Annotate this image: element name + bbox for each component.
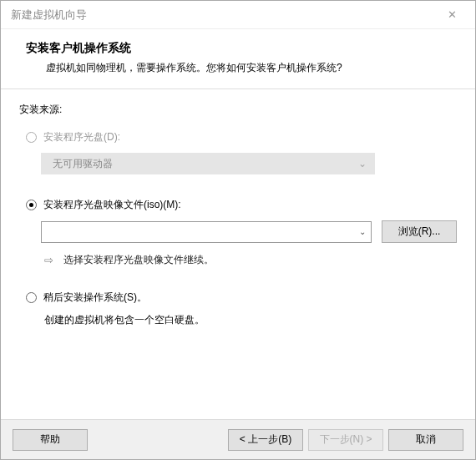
iso-hint-text: 选择安装程序光盘映像文件继续。 (63, 253, 214, 267)
content-area: 安装来源: 安装程序光盘(D): 无可用驱动器 ⌄ 安装程序光盘映像文件(iso… (1, 89, 475, 419)
radio-disc-label: 安装程序光盘(D): (43, 130, 120, 144)
titlebar: 新建虚拟机向导 ✕ (1, 1, 475, 29)
close-icon[interactable]: ✕ (435, 8, 468, 21)
option-disc: 安装程序光盘(D): 无可用驱动器 ⌄ (19, 130, 457, 174)
arrow-right-icon: ⇨ (44, 254, 53, 266)
window-title: 新建虚拟机向导 (11, 8, 435, 23)
help-button[interactable]: 帮助 (13, 429, 88, 451)
radio-icon (26, 200, 37, 210)
cancel-button[interactable]: 取消 (388, 429, 463, 451)
radio-later-label: 稍后安装操作系统(S)。 (43, 291, 147, 305)
radio-iso-label: 安装程序光盘映像文件(iso)(M): (43, 198, 181, 212)
radio-icon (26, 132, 37, 143)
chevron-down-icon: ⌄ (359, 227, 366, 236)
back-button[interactable]: < 上一步(B) (228, 429, 303, 451)
radio-iso-row[interactable]: 安装程序光盘映像文件(iso)(M): (26, 198, 457, 212)
option-later: 稍后安装操作系统(S)。 创建的虚拟机将包含一个空白硬盘。 (19, 291, 457, 327)
later-subtext: 创建的虚拟机将包含一个空白硬盘。 (44, 313, 457, 327)
next-button: 下一步(N) > (308, 429, 383, 451)
disc-dropdown-value: 无可用驱动器 (53, 157, 113, 171)
wizard-header: 安装客户机操作系统 虚拟机如同物理机，需要操作系统。您将如何安装客户机操作系统? (1, 29, 475, 89)
footer: 帮助 < 上一步(B) 下一步(N) > 取消 (1, 419, 475, 459)
source-label: 安装来源: (19, 103, 457, 117)
disc-dropdown[interactable]: 无可用驱动器 ⌄ (41, 153, 375, 174)
radio-disc-row[interactable]: 安装程序光盘(D): (26, 130, 457, 144)
browse-button[interactable]: 浏览(R)... (382, 220, 457, 243)
radio-icon (26, 292, 37, 303)
iso-hint: ⇨ 选择安装程序光盘映像文件继续。 (44, 253, 457, 267)
header-title: 安装客户机操作系统 (26, 41, 458, 56)
chevron-down-icon: ⌄ (358, 158, 367, 169)
iso-path-input[interactable]: ⌄ (41, 221, 372, 243)
radio-later-row[interactable]: 稍后安装操作系统(S)。 (26, 291, 457, 305)
option-iso: 安装程序光盘映像文件(iso)(M): ⌄ 浏览(R)... ⇨ 选择安装程序光… (19, 198, 457, 267)
header-subtitle: 虚拟机如同物理机，需要操作系统。您将如何安装客户机操作系统? (26, 61, 458, 75)
